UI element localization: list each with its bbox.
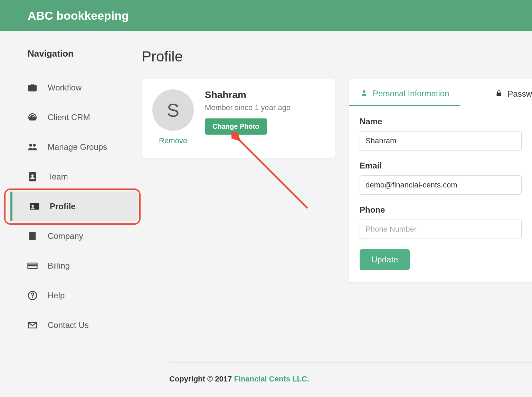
dashboard-icon [24,112,41,123]
update-button[interactable]: Update [360,249,410,270]
tab-password[interactable]: Passw [484,79,532,106]
briefcase-icon [24,82,41,93]
footer: Copyright © 2017 Financial Cents LLC. [169,362,532,384]
id-card-icon [26,201,43,212]
addressbook-icon [24,171,41,182]
avatar-initial: S [167,99,179,121]
sidebar-item-billing[interactable]: Billing [24,251,138,281]
app-title: ABC bookkeeping [28,9,129,22]
profile-name: Shahram [205,89,291,100]
sidebar-item-label: Contact Us [48,320,89,330]
sidebar-title: Navigation [24,48,138,59]
sidebar-item-company[interactable]: Company [24,221,138,251]
building-icon [24,231,41,242]
tab-label: Passw [507,89,532,99]
phone-label: Phone [360,205,522,215]
sidebar-item-manage-groups[interactable]: Manage Groups [24,132,138,162]
sidebar-item-profile[interactable]: Profile [10,192,138,221]
sidebar-item-workflow[interactable]: Workflow [24,73,138,103]
avatar: S [152,89,194,131]
sidebar-item-help[interactable]: Help [24,281,138,310]
sidebar-item-label: Profile [50,202,76,211]
email-label: Email [360,161,522,171]
sidebar-item-label: Manage Groups [48,142,107,152]
sidebar-item-label: Billing [48,261,70,271]
sidebar-item-label: Team [48,172,68,182]
personal-info-card: Personal Information Passw Name Email Ph… [349,79,532,283]
lock-icon [495,89,503,99]
svg-point-1 [32,297,33,298]
sidebar-item-label: Company [48,231,83,241]
change-photo-button[interactable]: Change Photo [205,118,267,135]
profile-tabs: Personal Information Passw [349,79,532,106]
tab-label: Personal Information [373,89,449,98]
name-field[interactable] [360,131,522,151]
sidebar: Navigation Workflow Client CRM Manage Gr… [0,48,138,340]
page-title: Profile [142,48,532,65]
email-field[interactable] [360,175,522,195]
tab-personal-information[interactable]: Personal Information [349,79,460,106]
help-icon [24,290,41,301]
users-icon [24,142,41,153]
sidebar-item-client-crm[interactable]: Client CRM [24,103,138,132]
sidebar-item-label: Help [48,291,65,300]
user-icon [360,89,368,98]
envelope-icon [24,320,41,331]
footer-brand-link[interactable]: Financial Cents LLC. [234,375,309,383]
name-label: Name [360,117,522,126]
profile-member-since: Member since 1 year ago [205,103,291,112]
footer-copyright: Copyright © 2017 Financial Cents LLC. [169,375,309,383]
profile-card: S Remove Shahram Member since 1 year ago… [142,79,335,158]
phone-field[interactable] [360,220,522,239]
card-icon [24,260,41,271]
remove-photo-link[interactable]: Remove [159,136,187,145]
sidebar-item-team[interactable]: Team [24,162,138,192]
sidebar-item-label: Client CRM [48,113,90,122]
sidebar-item-label: Workflow [48,83,82,93]
sidebar-item-contact-us[interactable]: Contact Us [24,310,138,340]
topbar: ABC bookkeeping [0,0,532,31]
